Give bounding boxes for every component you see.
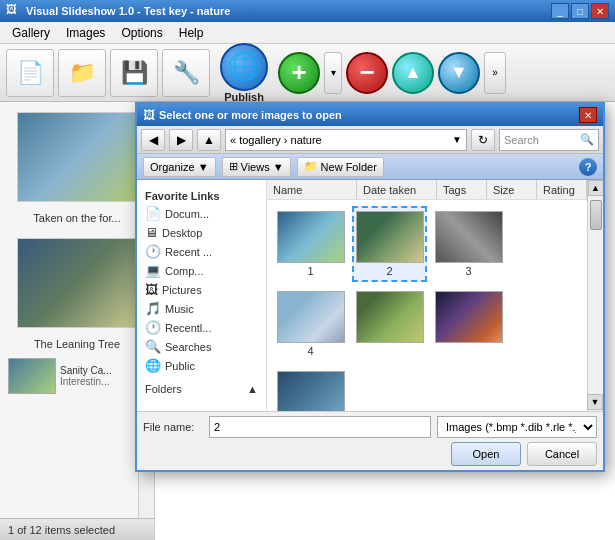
files-grid: 1 2 3 4	[267, 200, 587, 411]
main-toolbar: 📄 📁 💾 🔧 🌐 Publish + ▾ − ▲ ▼ »	[0, 44, 615, 102]
nav-item-recently[interactable]: 🕐 Recentl...	[137, 318, 266, 337]
move-up-button[interactable]: ▲	[392, 52, 434, 94]
nav-item-folders[interactable]: Folders ▲	[137, 381, 266, 397]
col-rating[interactable]: Rating	[537, 180, 587, 199]
col-tags[interactable]: Tags	[437, 180, 487, 199]
nav-refresh-button[interactable]: ↻	[471, 129, 495, 151]
dialog-action-row: Open Cancel	[143, 442, 597, 466]
gallery-label-1: Taken on the for...	[2, 210, 152, 226]
new-button[interactable]: 📄	[6, 49, 54, 97]
nav-item-pictures[interactable]: 🖼 Pictures	[137, 280, 266, 299]
file-item-5[interactable]	[352, 286, 427, 362]
cancel-button[interactable]: Cancel	[527, 442, 597, 466]
music-icon: 🎵	[145, 301, 161, 316]
file-img-1	[277, 211, 345, 263]
open-button[interactable]: 📁	[58, 49, 106, 97]
recent-icon: 🕐	[145, 244, 161, 259]
organize-button[interactable]: Organize ▼	[143, 157, 216, 177]
file-img-6	[435, 291, 503, 343]
nav-item-searches[interactable]: 🔍 Searches	[137, 337, 266, 356]
new-folder-label: New Folder	[321, 161, 377, 173]
file-item-7[interactable]	[273, 366, 348, 411]
dialog-scroll-thumb[interactable]	[590, 200, 602, 230]
dialog-scroll-up[interactable]: ▲	[588, 180, 604, 196]
open-button[interactable]: Open	[451, 442, 521, 466]
folders-arrow-icon: ▲	[247, 383, 258, 395]
col-name[interactable]: Name	[267, 180, 357, 199]
nav-item-computer[interactable]: 💻 Comp...	[137, 261, 266, 280]
nav-item-label-recent: Recent ...	[165, 246, 212, 258]
dialog-bottom: File name: Images (*.bmp *.dib *.rle *.j…	[137, 411, 603, 470]
gallery-item-2[interactable]: The Leaning Tree	[0, 228, 154, 354]
nav-back-button[interactable]: ◀	[141, 129, 165, 151]
nav-forward-button[interactable]: ▶	[169, 129, 193, 151]
file-item-3[interactable]: 3	[431, 206, 506, 282]
dialog-help-button[interactable]: ?	[579, 158, 597, 176]
close-button[interactable]: ✕	[591, 3, 609, 19]
publish-globe: 🌐	[220, 43, 268, 91]
save-button[interactable]: 💾	[110, 49, 158, 97]
filename-row: File name: Images (*.bmp *.dib *.rle *.j…	[143, 416, 597, 438]
help-icon: ?	[585, 161, 592, 173]
path-dropdown-icon[interactable]: ▼	[452, 134, 462, 145]
nav-up-button[interactable]: ▲	[197, 129, 221, 151]
nav-item-public[interactable]: 🌐 Public	[137, 356, 266, 375]
nav-item-desktop[interactable]: 🖥 Desktop	[137, 223, 266, 242]
nav-item-music[interactable]: 🎵 Music	[137, 299, 266, 318]
recently-icon: 🕐	[145, 320, 161, 335]
filename-label: File name:	[143, 421, 203, 433]
properties-button[interactable]: 🔧	[162, 49, 210, 97]
folders-label: Folders	[145, 383, 182, 395]
views-label: Views	[241, 161, 270, 173]
file-label-3: 3	[465, 265, 471, 277]
new-folder-button[interactable]: 📁 New Folder	[297, 157, 384, 177]
gallery-thumb-2	[17, 238, 137, 328]
gallery-item-3[interactable]: Sanity Ca... Interestin...	[0, 354, 154, 398]
documents-icon: 📄	[145, 206, 161, 221]
move-down-button[interactable]: ▼	[438, 52, 480, 94]
dialog-close-button[interactable]: ✕	[579, 107, 597, 123]
col-size[interactable]: Size	[487, 180, 537, 199]
menu-options[interactable]: Options	[113, 24, 170, 42]
maximize-button[interactable]: □	[571, 3, 589, 19]
file-img-7	[277, 371, 345, 411]
views-icon: ⊞	[229, 160, 238, 173]
status-bar: 1 of 12 items selected	[0, 518, 154, 540]
folder-icon: 📁	[304, 160, 318, 173]
dialog-files-area: Name Date taken Tags Size Rating 1 2	[267, 180, 587, 411]
add-more-button[interactable]: ▾	[324, 52, 342, 94]
minimize-button[interactable]: _	[551, 3, 569, 19]
globe-icon: 🌐	[227, 50, 262, 83]
file-item-4[interactable]: 4	[273, 286, 348, 362]
arrow-down-icon: ▼	[450, 62, 468, 83]
gallery-label-3: Sanity Ca... Interestin...	[60, 365, 112, 387]
dialog-scroll-down[interactable]: ▼	[587, 394, 603, 410]
nav-item-label-searches: Searches	[165, 341, 211, 353]
more-button[interactable]: »	[484, 52, 506, 94]
menu-gallery[interactable]: Gallery	[4, 24, 58, 42]
gallery-panel: Taken on the for... The Leaning Tree San…	[0, 102, 155, 540]
search-box[interactable]: Search 🔍	[499, 129, 599, 151]
menu-help[interactable]: Help	[171, 24, 212, 42]
views-button[interactable]: ⊞ Views ▼	[222, 157, 291, 177]
nav-item-recent[interactable]: 🕐 Recent ...	[137, 242, 266, 261]
file-label-4: 4	[307, 345, 313, 357]
menu-images[interactable]: Images	[58, 24, 113, 42]
filename-input[interactable]	[209, 416, 431, 438]
search-placeholder: Search	[504, 134, 539, 146]
file-item-1[interactable]: 1	[273, 206, 348, 282]
publish-button[interactable]: 🌐 Publish	[214, 43, 274, 103]
filetype-select[interactable]: Images (*.bmp *.dib *.rle *.jpg ...	[437, 416, 597, 438]
remove-button[interactable]: −	[346, 52, 388, 94]
col-date[interactable]: Date taken	[357, 180, 437, 199]
dialog-body: Favorite Links 📄 Docum... 🖥 Desktop 🕐 Re…	[137, 180, 603, 411]
path-bar[interactable]: « togallery › nature ▼	[225, 129, 467, 151]
gallery-item-1[interactable]: Taken on the for...	[0, 102, 154, 228]
nav-item-label-recently: Recentl...	[165, 322, 211, 334]
nav-item-documents[interactable]: 📄 Docum...	[137, 204, 266, 223]
wrench-icon: 🔧	[173, 60, 200, 86]
dialog-scrollbar[interactable]: ▲ ▼	[587, 180, 603, 411]
file-item-6[interactable]	[431, 286, 506, 362]
add-button[interactable]: +	[278, 52, 320, 94]
file-item-2[interactable]: 2	[352, 206, 427, 282]
